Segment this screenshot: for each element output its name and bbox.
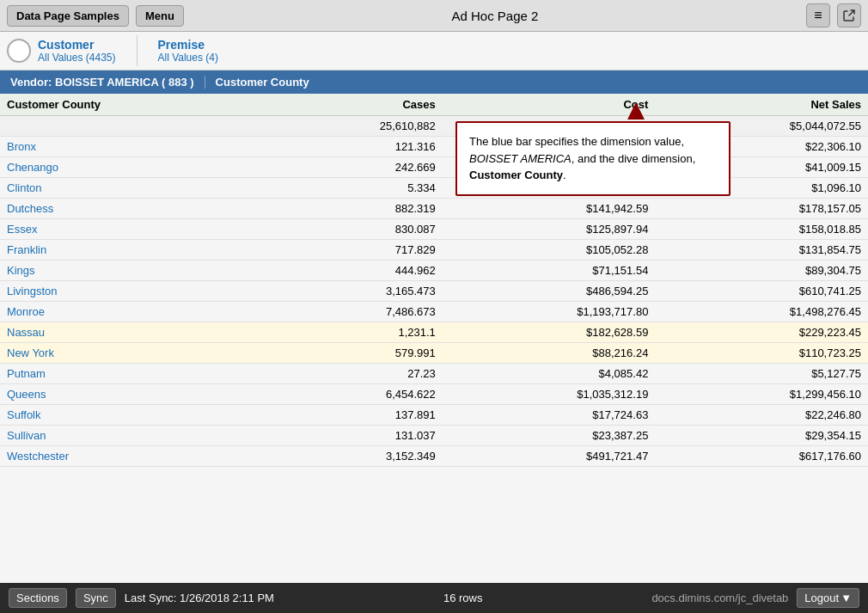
county-link[interactable]: New York <box>7 346 54 359</box>
table-row: Monroe7,486.673$1,193,717.80$1,498,276.4… <box>0 302 868 322</box>
cell-county[interactable]: Essex <box>0 219 268 240</box>
cell-cost: $141,942.59 <box>443 199 656 219</box>
tooltip-text1: The blue bar specifies the dimension val… <box>469 135 684 148</box>
cell-county[interactable]: Dutchess <box>0 199 268 219</box>
list-icon[interactable]: ≡ <box>806 3 830 28</box>
cell-net-sales: $29,354.15 <box>655 426 868 446</box>
cell-cost: $125,897.94 <box>443 219 656 240</box>
data-page-samples-button[interactable]: Data Page Samples <box>7 5 129 27</box>
cell-cost: $1,035,312.19 <box>443 384 656 405</box>
table-row: Sullivan131.037$23,387.25$29,354.15 <box>0 426 868 446</box>
table-area: Customer County Cases Cost Net Sales 25,… <box>0 94 868 583</box>
cell-cases: 242.669 <box>268 157 442 178</box>
cell-cases: 3,152.349 <box>268 446 442 467</box>
cell-cases: 717.829 <box>268 240 442 261</box>
table-header-row: Customer County Cases Cost Net Sales <box>0 94 868 116</box>
table-row: Nassau1,231.1$182,628.59$229,223.45 <box>0 322 868 343</box>
table-row: Kings444.962$71,151.54$89,304.75 <box>0 261 868 281</box>
county-link[interactable]: Putnam <box>7 367 46 380</box>
cell-net-sales: $131,854.75 <box>655 240 868 261</box>
cell-cases: 3,165.473 <box>268 281 442 302</box>
logout-chevron-icon: ▼ <box>840 592 852 604</box>
county-link[interactable]: Kings <box>7 264 35 277</box>
cell-cases: 5.334 <box>268 178 442 199</box>
filter-row: Customer All Values (4435) Premise All V… <box>0 32 868 70</box>
col-header-cases: Cases <box>268 94 442 116</box>
bottom-bar: Sections Sync Last Sync: 1/26/2018 2:11 … <box>0 583 868 613</box>
cell-county[interactable]: Suffolk <box>0 405 268 426</box>
cell-county[interactable]: Monroe <box>0 302 268 322</box>
cell-cost: $4,085.42 <box>443 364 656 384</box>
cell-cases: 6,454.622 <box>268 384 442 405</box>
county-link[interactable]: Monroe <box>7 305 45 318</box>
cell-county[interactable]: Livingston <box>0 281 268 302</box>
cell-net-sales: $89,304.75 <box>655 261 868 281</box>
cell-county[interactable]: Clinton <box>0 178 268 199</box>
cell-county[interactable]: Chenango <box>0 157 268 178</box>
total-county <box>0 116 268 137</box>
county-link[interactable]: Queens <box>7 388 46 401</box>
cell-county[interactable]: Kings <box>0 261 268 281</box>
share-icon[interactable] <box>837 3 861 28</box>
customer-filter-info: Customer All Values (4435) <box>38 38 116 64</box>
cell-county[interactable]: Sullivan <box>0 426 268 446</box>
cell-county[interactable]: Westchester <box>0 446 268 467</box>
county-link[interactable]: Nassau <box>7 326 45 339</box>
premise-filter-info: Premise All Values (4) <box>158 38 218 64</box>
table-row: Westchester3,152.349$491,721.47$617,176.… <box>0 446 868 467</box>
cell-cost: $23,387.25 <box>443 426 656 446</box>
customer-filter-circle <box>7 39 31 63</box>
county-link[interactable]: Suffolk <box>7 408 41 421</box>
logout-button[interactable]: Logout ▼ <box>797 588 859 608</box>
bottom-right: docs.dimins.com/jc_divetab Logout ▼ <box>651 588 859 608</box>
arrow-up-icon <box>627 102 645 120</box>
county-link[interactable]: Franklin <box>7 243 46 256</box>
cell-cases: 882.319 <box>268 199 442 219</box>
cell-county[interactable]: Putnam <box>0 364 268 384</box>
county-link[interactable]: Dutchess <box>7 202 53 215</box>
cell-cases: 131.037 <box>268 426 442 446</box>
table-row: Putnam27.23$4,085.42$5,127.75 <box>0 364 868 384</box>
table-row: Clinton5.334$873.29$1,096.10 <box>0 178 868 199</box>
sync-button[interactable]: Sync <box>76 588 116 608</box>
cell-net-sales: $158,018.85 <box>655 219 868 240</box>
county-link[interactable]: Sullivan <box>7 429 46 442</box>
menu-button[interactable]: Menu <box>136 5 184 27</box>
table-row: Chenango242.669$32,673.11$41,009.15 <box>0 157 868 178</box>
cell-county[interactable]: New York <box>0 343 268 364</box>
county-link[interactable]: Westchester <box>7 450 69 463</box>
county-link[interactable]: Livingston <box>7 285 58 297</box>
vendor-label: Vendor: BOISSET AMERICA ( 883 ) <box>10 76 205 89</box>
cell-county[interactable]: Queens <box>0 384 268 405</box>
customer-filter-values: All Values (4435) <box>38 52 116 64</box>
county-link[interactable]: Essex <box>7 223 37 236</box>
sections-button[interactable]: Sections <box>9 588 67 608</box>
county-link[interactable]: Chenango <box>7 161 58 174</box>
cell-net-sales: $610,741.25 <box>655 281 868 302</box>
county-link[interactable]: Bronx <box>7 140 36 153</box>
cell-cost: $71,151.54 <box>443 261 656 281</box>
blue-bar: Vendor: BOISSET AMERICA ( 883 ) Customer… <box>0 70 868 94</box>
cell-county[interactable]: Bronx <box>0 137 268 157</box>
cell-county[interactable]: Franklin <box>0 240 268 261</box>
cell-cost: $88,216.24 <box>443 343 656 364</box>
table-row: Essex830.087$125,897.94$158,018.85 <box>0 219 868 240</box>
table-row: Suffolk137.891$17,724.63$22,246.80 <box>0 405 868 426</box>
table-row: Queens6,454.622$1,035,312.19$1,299,456.1… <box>0 384 868 405</box>
cell-net-sales: $22,246.80 <box>655 405 868 426</box>
cell-county[interactable]: Nassau <box>0 322 268 343</box>
cell-net-sales: $617,176.60 <box>655 446 868 467</box>
cell-net-sales: $178,157.05 <box>655 199 868 219</box>
cell-cases: 579.991 <box>268 343 442 364</box>
premise-filter[interactable]: Premise All Values (4) <box>158 38 218 64</box>
cell-net-sales: $1,299,456.10 <box>655 384 868 405</box>
county-label: Customer County <box>205 76 309 89</box>
cell-cost: $17,724.63 <box>443 405 656 426</box>
cell-cost: $486,594.25 <box>443 281 656 302</box>
county-link[interactable]: Clinton <box>7 181 41 194</box>
tooltip-text3: . <box>563 169 566 181</box>
customer-filter[interactable]: Customer All Values (4435) <box>7 38 116 64</box>
cell-cases: 121.316 <box>268 137 442 157</box>
tooltip-italic: BOISSET AMERICA <box>469 152 572 165</box>
cell-net-sales: $110,723.25 <box>655 343 868 364</box>
